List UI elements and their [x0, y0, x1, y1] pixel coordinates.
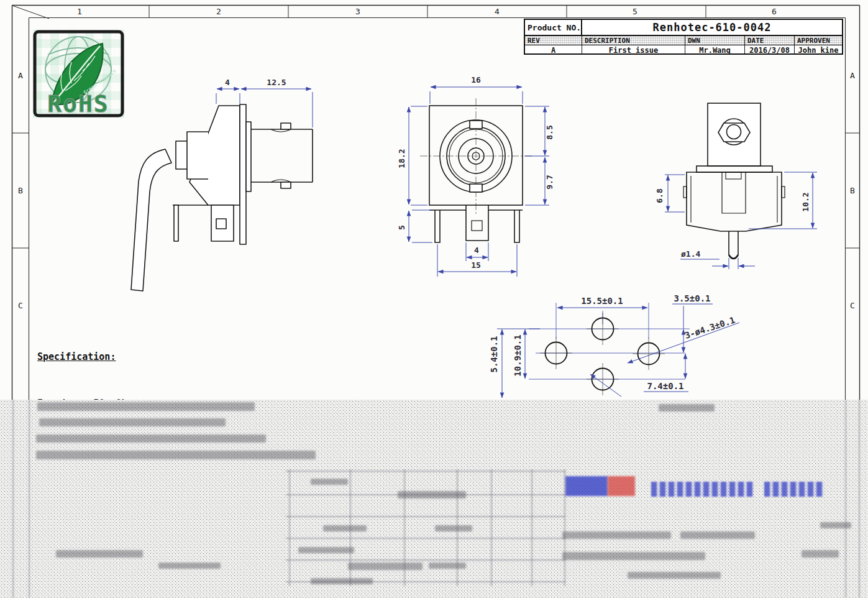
zone-label-b-right: B — [850, 186, 855, 195]
revision-header-row: REV DESCRIPTION DWN DATE APPROVEN — [525, 36, 842, 45]
top-view: 6.8 10.2 ø1.4 — [655, 103, 817, 269]
product-no-label: Product NO. — [525, 20, 582, 35]
company-logo-red-block — [608, 476, 635, 496]
header-dwn: DWN — [685, 36, 745, 45]
dwn-value: Mr.Wang — [685, 45, 745, 55]
company-wordmark-1 — [651, 482, 754, 497]
zone-label-b-left: B — [18, 186, 23, 195]
title-block: Product NO. Renhotec-610-0042 REV DESCRI… — [524, 19, 843, 55]
dim-fp-holes: 3-ø4.3±0.1 — [683, 315, 736, 341]
footprint-view: 15.5±0.1 3.5±0.1 5.4±0.1 10.9±0.1 3-ø4.3… — [489, 293, 739, 398]
dim-fp-10-9: 10.9±0.1 — [513, 334, 523, 376]
dim-front-8-5: 8.5 — [545, 125, 554, 139]
zone-label-a-left: A — [18, 71, 23, 80]
zone-label-a-right: A — [850, 71, 855, 80]
revision-row: A First issue Mr.Wang 2016/3/08 John kin… — [525, 45, 842, 55]
dim-side-4: 4 — [225, 78, 230, 87]
product-no-value: Renhotec-610-0042 — [582, 20, 842, 35]
dim-front-9-7: 9.7 — [545, 175, 554, 189]
rev-value: A — [525, 45, 582, 55]
dim-top-10-2: 10.2 — [801, 192, 810, 211]
company-logo-blue-block — [565, 476, 608, 496]
dim-front-18-2: 18.2 — [397, 149, 406, 168]
drawing-sheet: 1 2 3 4 5 6 A B C A B C — [0, 0, 868, 598]
zone-label-4: 4 — [495, 7, 500, 16]
zone-label-c-right: C — [850, 301, 855, 310]
side-view: 4 12.5 — [131, 78, 313, 291]
front-view: 16 18.2 8.5 9.7 5 4 15 — [397, 75, 554, 277]
zone-label-1: 1 — [77, 7, 82, 16]
dim-fp-15-5: 15.5±0.1 — [581, 296, 623, 306]
zone-label-3: 3 — [355, 7, 360, 16]
dim-front-15: 15 — [471, 260, 481, 270]
description-value: First issue — [582, 45, 685, 55]
dim-fp-3-5: 3.5±0.1 — [674, 293, 710, 303]
front-view-dims — [409, 87, 549, 277]
dim-front-5: 5 — [397, 225, 406, 230]
corrupted-region — [0, 400, 868, 598]
rohs-logo-art: Green Product RoHS — [33, 30, 124, 117]
dim-top-pin: ø1.4 — [681, 249, 700, 259]
zone-label-5: 5 — [633, 7, 637, 16]
dim-fp-5-4: 5.4±0.1 — [489, 336, 499, 372]
header-rev: REV — [525, 36, 582, 45]
zone-label-c-left: C — [18, 301, 23, 310]
header-description: DESCRIPTION — [582, 36, 685, 45]
dim-front-16: 16 — [471, 75, 481, 85]
approven-value: John kine — [795, 45, 842, 55]
rohs-logo: Green Product RoHS — [33, 30, 124, 117]
dim-front-4: 4 — [474, 246, 479, 255]
dim-side-12-5: 12.5 — [267, 78, 286, 87]
header-date: DATE — [745, 36, 795, 45]
footprint-dims — [497, 304, 739, 398]
rohs-label: RoHS — [47, 90, 109, 117]
dim-top-6-8: 6.8 — [655, 188, 664, 203]
zone-label-6: 6 — [772, 7, 777, 16]
dim-fp-7-4: 7.4±0.1 — [647, 381, 683, 391]
header-approven: APPROVEN — [795, 36, 842, 45]
date-value: 2016/3/08 — [745, 45, 795, 55]
specification-title: Specification: — [37, 349, 239, 365]
company-wordmark-2 — [764, 482, 823, 497]
zone-label-2: 2 — [216, 7, 221, 16]
